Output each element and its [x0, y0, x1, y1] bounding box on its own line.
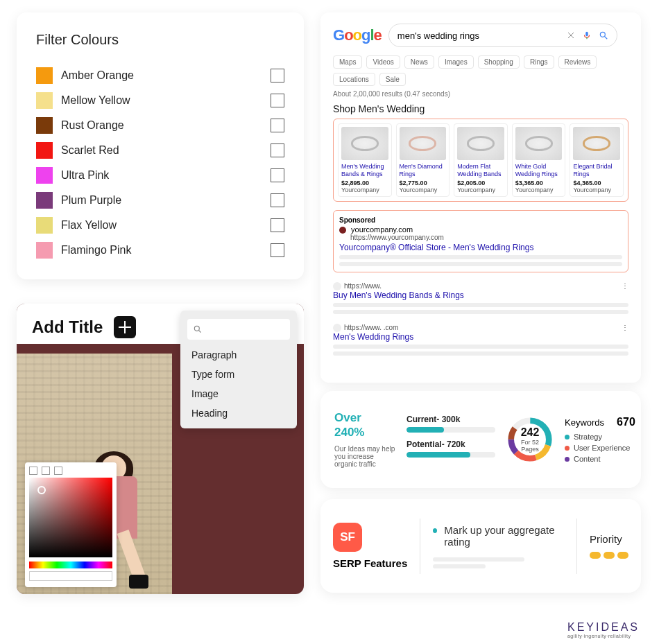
checkbox[interactable]: [271, 94, 284, 107]
filter-row[interactable]: Flax Yellow: [36, 213, 284, 238]
result-url: https://www.⋮: [333, 282, 628, 290]
color-picker[interactable]: [25, 462, 117, 587]
filter-row[interactable]: Mellow Yellow: [36, 88, 284, 113]
product-title: Men's Diamond Rings: [400, 163, 447, 178]
filter-label: Ultra Pink: [61, 169, 271, 182]
organic-result[interactable]: https://www.⋮ Buy Men's Wedding Bands & …: [333, 282, 628, 314]
legend-item: Strategy: [565, 433, 635, 441]
search-tab[interactable]: Reviews: [558, 55, 597, 69]
filter-row[interactable]: Flamingo Pink: [36, 238, 284, 263]
mic-icon[interactable]: [582, 31, 592, 40]
result-link: Men's Wedding Rings: [333, 332, 628, 342]
add-title-card: Add Title ParagraphType formImageHeading: [17, 304, 304, 594]
search-bar[interactable]: men's wedding rings: [388, 24, 617, 47]
checkbox[interactable]: [271, 119, 284, 132]
dropdown-item[interactable]: Type form: [180, 365, 297, 384]
stats-description: Our Ideas may help you increase organic …: [334, 445, 397, 468]
favicon-icon: [333, 282, 341, 290]
product-image: [341, 127, 388, 160]
product-card[interactable]: Modern Flat Wedding Bands $2,005.00 Your…: [454, 123, 508, 197]
filter-row[interactable]: Plum Purple: [36, 188, 284, 213]
product-card[interactable]: Men's Wedding Bands & Rings $2,895.00 Yo…: [338, 123, 392, 197]
keywords-value: 670: [617, 416, 635, 428]
potential-label: Potential- 720k: [406, 440, 465, 449]
skeleton-line: [333, 351, 628, 356]
search-tab[interactable]: Images: [438, 55, 474, 69]
product-seller: Yourcompany: [573, 186, 620, 193]
organic-result[interactable]: https://www. .com⋮ Men's Wedding Rings: [333, 324, 628, 356]
product-price: $2,775.00: [400, 180, 447, 186]
sponsored-domain: yourcompany.com: [351, 225, 413, 234]
picker-gradient[interactable]: [29, 478, 112, 557]
checkbox[interactable]: [271, 193, 284, 207]
svg-line-5: [605, 37, 608, 40]
dropdown-search[interactable]: [187, 319, 290, 340]
picker-tab[interactable]: [54, 467, 62, 475]
picker-hue[interactable]: [29, 562, 112, 568]
checkbox[interactable]: [271, 143, 284, 157]
checkbox[interactable]: [271, 168, 284, 182]
color-swatch: [36, 217, 53, 234]
product-seller: Yourcompany: [457, 186, 504, 193]
shopping-products: Men's Wedding Bands & Rings $2,895.00 Yo…: [333, 119, 628, 202]
filter-row[interactable]: Rust Orange: [36, 113, 284, 138]
picker-tab[interactable]: [42, 467, 50, 475]
stats-card: Over240% Our Ideas may help you increase…: [320, 391, 641, 488]
dropdown-item[interactable]: Image: [180, 384, 297, 403]
google-logo: Google: [333, 26, 382, 44]
serp-feature: Mark up your aggregate rating: [433, 524, 564, 548]
skeleton-line: [333, 345, 628, 349]
current-bar: [406, 427, 495, 433]
product-card[interactable]: White Gold Wedding Rings $3,365.00 Yourc…: [512, 123, 566, 197]
current-label: Current- 300k: [406, 415, 460, 424]
product-seller: Yourcompany: [400, 186, 447, 193]
skeleton-line: [339, 262, 622, 266]
favicon-icon: [339, 227, 346, 234]
checkbox[interactable]: [271, 243, 284, 257]
color-swatch: [36, 67, 53, 84]
product-image: [573, 127, 620, 160]
checkbox[interactable]: [271, 69, 284, 82]
filter-row[interactable]: Amber Orange: [36, 63, 284, 88]
product-card[interactable]: Men's Diamond Rings $2,775.00 Yourcompan…: [396, 123, 450, 197]
search-tab[interactable]: Maps: [333, 55, 362, 69]
picker-tab[interactable]: [29, 467, 37, 475]
legend-dot: [565, 446, 570, 451]
search-results-card: Google men's wedding rings MapsVideosNew…: [320, 12, 641, 383]
product-image: [515, 127, 563, 160]
color-swatch: [36, 117, 53, 134]
serp-icon-block: SF SERP Features: [333, 523, 407, 569]
search-icon: [193, 324, 203, 334]
product-price: $2,005.00: [457, 180, 504, 186]
search-tab[interactable]: Videos: [366, 55, 400, 69]
search-tab[interactable]: Locations: [333, 73, 375, 86]
plus-icon: [119, 321, 131, 333]
filter-row[interactable]: Scarlet Red: [36, 138, 284, 163]
product-title: Elegant Bridal Rings: [573, 163, 620, 178]
dropdown-item[interactable]: Paragraph: [180, 345, 297, 365]
search-tab[interactable]: Sale: [379, 73, 406, 86]
serp-icon: SF: [333, 523, 362, 552]
favicon-icon: [333, 324, 341, 332]
search-tab[interactable]: Rings: [524, 55, 554, 69]
add-button[interactable]: [114, 316, 136, 338]
filter-label: Amber Orange: [61, 69, 271, 82]
sponsored-result[interactable]: Sponsored yourcompany.com https://www.yo…: [333, 210, 628, 272]
filter-row[interactable]: Ultra Pink: [36, 163, 284, 188]
search-icon[interactable]: [599, 31, 608, 40]
picker-hex-input[interactable]: [29, 571, 112, 581]
filter-label: Flax Yellow: [61, 219, 271, 232]
product-card[interactable]: Elegant Bridal Rings $4,365.00 Yourcompa…: [570, 123, 624, 197]
priority-label: Priority: [590, 533, 628, 545]
clear-icon[interactable]: [567, 31, 575, 40]
result-url: https://www. .com⋮: [333, 324, 628, 332]
filter-title: Filter Colours: [36, 32, 284, 48]
filter-label: Plum Purple: [61, 194, 271, 207]
checkbox[interactable]: [271, 218, 284, 232]
dropdown-item[interactable]: Heading: [180, 403, 297, 423]
bullet-icon: [433, 528, 437, 533]
donut-chart: 242For 52 Pages: [505, 415, 555, 464]
search-tab[interactable]: Shopping: [478, 55, 520, 69]
color-swatch: [36, 167, 53, 184]
search-tab[interactable]: News: [404, 55, 434, 69]
